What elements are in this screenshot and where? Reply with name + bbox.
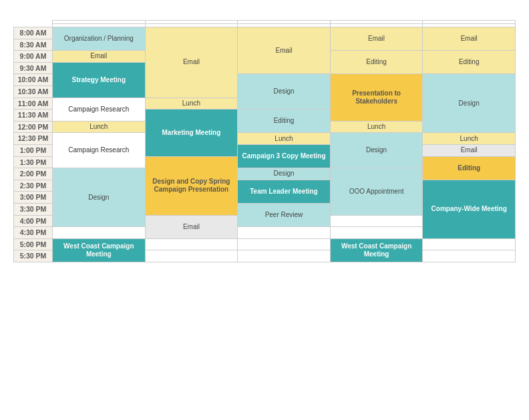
time-label: 10:30 AM <box>14 85 53 97</box>
empty-cell <box>238 238 331 250</box>
schedule-cell: Organization / Planning <box>53 27 146 51</box>
schedule-row: 5:00 PMWest Coast Campaign MeetingWest C… <box>14 238 516 250</box>
empty-cell <box>145 250 238 262</box>
schedule-cell: Lunch <box>53 121 146 133</box>
page: 8:00 AMOrganization / PlanningEmailEmail… <box>0 0 529 269</box>
time-label: 3:00 PM <box>14 192 53 204</box>
time-label: 11:30 AM <box>14 110 53 122</box>
empty-cell <box>145 238 238 250</box>
schedule-cell: Strategy Meeting <box>53 62 146 97</box>
schedule-cell: Email <box>145 215 238 238</box>
schedule-cell: Lunch <box>238 133 331 145</box>
empty-cell <box>330 215 423 227</box>
schedule-cell: Editing <box>238 110 331 133</box>
schedule-cell: West Coast Campaign Meeting <box>330 238 423 262</box>
time-label: 12:00 PM <box>14 121 53 133</box>
schedule-cell: Campaign Research <box>53 133 146 168</box>
time-label: 4:30 PM <box>14 227 53 239</box>
schedule-cell: Editing <box>423 156 516 180</box>
empty-cell <box>53 227 146 239</box>
time-label: 8:00 AM <box>14 27 53 39</box>
schedule-cell: Lunch <box>330 121 423 133</box>
schedule-cell: OOO Appointment <box>330 168 423 215</box>
time-label: 1:00 PM <box>14 144 53 156</box>
schedule-cell: Email <box>423 27 516 51</box>
schedule-row: 12:30 PMCampaign ResearchLunchDesignLunc… <box>14 133 516 145</box>
schedule-cell: Email <box>53 51 146 63</box>
schedule-cell: Lunch <box>423 133 516 145</box>
schedule-cell: Design <box>423 74 516 133</box>
time-label: 3:30 PM <box>14 203 53 215</box>
schedule-cell: Campaign 3 Copy Meeting <box>238 144 331 168</box>
schedule-cell: Design <box>330 133 423 168</box>
empty-cell <box>238 227 331 239</box>
empty-cell <box>423 250 516 262</box>
schedule-cell: Marketing Meeting <box>145 110 238 156</box>
time-label: 10:00 AM <box>14 74 53 86</box>
schedule-cell: Design <box>53 168 146 227</box>
empty-cell <box>238 250 331 262</box>
schedule-cell: Campaign Research <box>53 97 146 121</box>
time-label: 5:30 PM <box>14 250 53 262</box>
time-label: 1:30 PM <box>14 156 53 168</box>
schedule-table: 8:00 AMOrganization / PlanningEmailEmail… <box>13 20 516 262</box>
time-label: 12:30 PM <box>14 133 53 145</box>
schedule-cell: Email <box>238 27 331 74</box>
time-label: 8:30 AM <box>14 39 53 51</box>
time-label: 2:00 PM <box>14 168 53 180</box>
schedule-cell: Editing <box>423 51 516 74</box>
schedule-cell: Design <box>238 74 331 110</box>
schedule-cell: Peer Review <box>238 203 331 226</box>
time-label: 4:00 PM <box>14 215 53 227</box>
schedule-cell: Lunch <box>145 97 238 110</box>
schedule-row: 8:00 AMOrganization / PlanningEmailEmail… <box>14 27 516 39</box>
schedule-body: 8:00 AMOrganization / PlanningEmailEmail… <box>14 27 516 262</box>
time-label: 11:00 AM <box>14 97 53 110</box>
schedule-cell: Design <box>238 168 331 180</box>
time-label: 2:30 PM <box>14 180 53 192</box>
schedule-cell: Company-Wide Meeting <box>423 180 516 238</box>
schedule-cell: West Coast Campaign Meeting <box>53 238 146 262</box>
schedule-cell: Email <box>330 27 423 51</box>
time-label: 5:00 PM <box>14 238 53 250</box>
empty-cell <box>330 227 423 239</box>
schedule-cell: Editing <box>330 51 423 74</box>
schedule-cell: Email <box>145 27 238 98</box>
empty-cell <box>423 238 516 250</box>
time-label: 9:00 AM <box>14 51 53 63</box>
schedule-cell: Team Leader Meeting <box>238 180 331 203</box>
time-label: 9:30 AM <box>14 62 53 74</box>
schedule-cell: Presentation to Stakeholders <box>330 74 423 121</box>
schedule-cell: Design and Copy Spring Campaign Presenta… <box>145 156 238 215</box>
schedule-cell: Email <box>423 144 516 156</box>
